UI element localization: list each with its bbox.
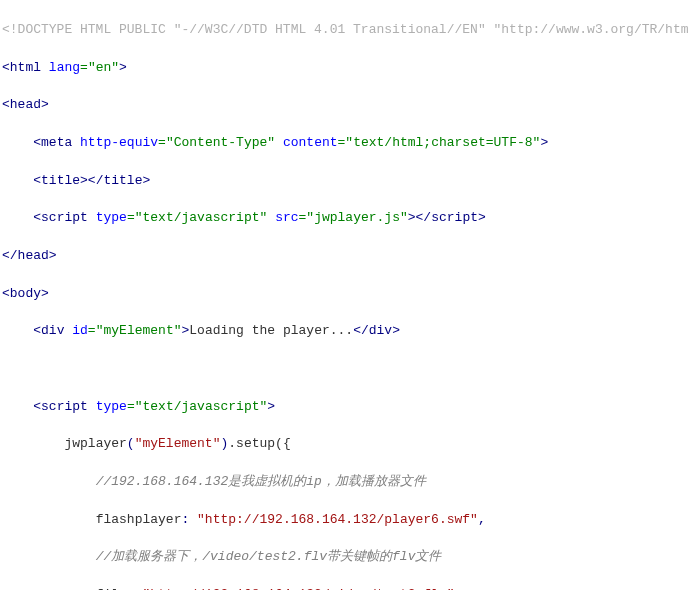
doctype-line: <!DOCTYPE HTML PUBLIC "-//W3C//DTD HTML …: [2, 21, 689, 40]
code-block: <!DOCTYPE HTML PUBLIC "-//W3C//DTD HTML …: [2, 2, 689, 590]
